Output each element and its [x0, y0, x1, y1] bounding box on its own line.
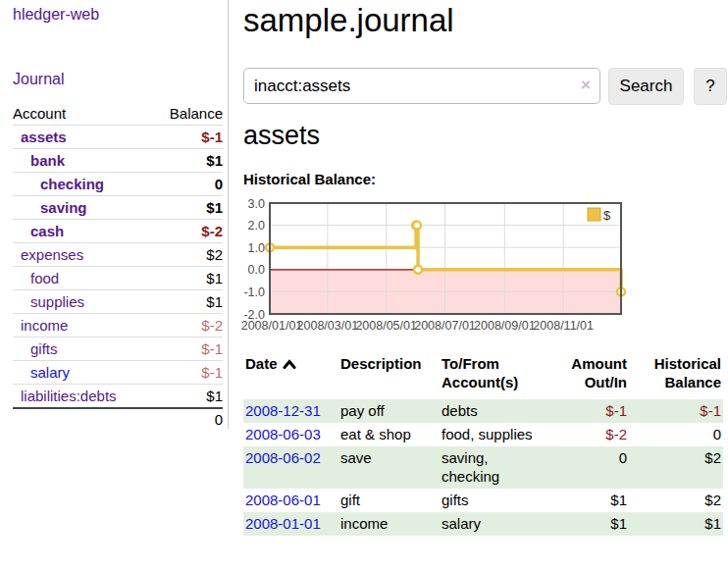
transaction-date-link[interactable]: 2008-06-02: [245, 449, 321, 466]
account-link[interactable]: income: [13, 314, 68, 337]
account-link[interactable]: checking: [13, 173, 104, 195]
sidebar-account-row: liabilities:debts$1: [13, 385, 223, 408]
accounts-rows: assets$-1bank$1checking0saving$1cash$-2e…: [13, 126, 223, 408]
transaction-amount: $-2: [547, 423, 629, 446]
sidebar-account-row: cash$-2: [13, 220, 223, 243]
sidebar-account-row: assets$-1: [13, 126, 223, 149]
account-balance: $-1: [201, 361, 223, 384]
transaction-balance: $-1: [629, 399, 723, 423]
x-tick-label: 2008/07/01: [414, 319, 476, 333]
x-tick-label: 2008/09/01: [474, 319, 536, 333]
y-tick-label: 0.0: [248, 263, 265, 277]
table-row: 2008-12-31pay offdebts$-1$-1: [243, 399, 723, 423]
legend-label: $: [603, 208, 611, 223]
account-balance: $1: [206, 290, 223, 313]
sidebar-item-journal[interactable]: Journal: [13, 71, 64, 88]
transaction-description: income: [338, 512, 440, 536]
register-table: DateDescriptionTo/From Account(s)Amount …: [243, 353, 723, 536]
transaction-description: save: [338, 446, 440, 489]
legend-swatch: [588, 208, 600, 221]
sidebar-account-row: salary$-1: [13, 361, 223, 385]
register-header-row: DateDescriptionTo/From Account(s)Amount …: [243, 353, 723, 399]
account-balance: 0: [215, 173, 223, 195]
account-balance: $1: [206, 267, 223, 289]
sidebar-account-row: saving$1: [13, 196, 223, 220]
table-row: 2008-06-01giftgifts$1$2: [243, 489, 723, 512]
account-link[interactable]: expenses: [13, 243, 83, 266]
account-balance: $-1: [201, 337, 223, 360]
account-link[interactable]: bank: [13, 149, 65, 172]
transaction-date-link[interactable]: 2008-01-01: [245, 515, 321, 532]
search-input[interactable]: [243, 68, 600, 104]
table-row: 2008-06-03eat & shopfood, supplies$-20: [243, 423, 723, 446]
register-column-header: To/From Account(s): [440, 353, 547, 399]
account-balance: $1: [206, 196, 223, 219]
sidebar-account-row: expenses$2: [13, 243, 223, 267]
account-link[interactable]: saving: [13, 196, 87, 219]
y-tick-label: -1.0: [243, 286, 265, 299]
transaction-amount: 0: [547, 446, 629, 489]
y-tick-label: 2.0: [248, 219, 265, 233]
balance-column-header: Balance: [170, 102, 223, 125]
y-tick-label: 1.0: [248, 241, 265, 255]
register-column-header[interactable]: Date: [243, 353, 338, 399]
account-link[interactable]: food: [13, 267, 59, 289]
accounts-table-header: Account Balance: [13, 102, 223, 126]
transaction-amount: $-1: [547, 399, 629, 423]
transaction-amount: $1: [547, 512, 629, 536]
transaction-date-link[interactable]: 2008-06-01: [245, 492, 321, 508]
account-heading: assets: [243, 121, 320, 151]
transaction-date-link[interactable]: 2008-06-03: [245, 426, 321, 442]
accounts-total-row: 0: [13, 407, 223, 429]
account-balance: $-1: [201, 126, 223, 148]
transaction-amount: $1: [547, 489, 629, 512]
help-button[interactable]: ?: [694, 68, 727, 105]
sidebar-account-row: gifts$-1: [13, 337, 223, 361]
register-column-label: Description: [340, 355, 422, 372]
search-button[interactable]: Search: [608, 68, 684, 105]
account-link[interactable]: supplies: [13, 290, 84, 313]
table-row: 2008-01-01incomesalary$1$1: [243, 512, 723, 536]
sidebar-account-row: bank$1: [13, 149, 223, 173]
transaction-description: pay off: [338, 399, 440, 423]
x-tick-label: 2008/11/01: [533, 319, 594, 333]
table-row: 2008-06-02savesaving, checking0$2: [243, 446, 723, 489]
register-column-label: Amount Out/In: [571, 355, 627, 390]
transaction-accounts: gifts: [440, 489, 547, 512]
accounts-column-header: Account: [13, 102, 66, 125]
account-balance: $1: [206, 149, 223, 172]
account-link[interactable]: salary: [13, 361, 70, 384]
register-column-label: To/From Account(s): [442, 355, 518, 390]
accounts-total-value: 0: [215, 409, 223, 429]
transaction-description: eat & shop: [338, 423, 440, 446]
register-column-label: Historical Balance: [654, 355, 721, 390]
transaction-balance: 0: [629, 423, 723, 446]
account-balance: $2: [206, 243, 223, 266]
historical-balance-chart-svg: $3.02.01.00.0-1.0-2.02008/01/012008/03/0…: [241, 195, 728, 338]
account-balance: $-2: [201, 220, 223, 242]
hledger-web-app: hledger-web Journal Account Balance asse…: [0, 0, 728, 571]
search-box: ×: [243, 68, 600, 104]
account-link[interactable]: liabilities:debts: [13, 385, 117, 407]
account-link[interactable]: gifts: [13, 337, 58, 360]
main-content: sample.journal × Search ? assets Histori…: [243, 0, 728, 571]
register-column-header: Amount Out/In: [547, 353, 629, 399]
x-tick-label: 2008/05/01: [355, 319, 417, 333]
account-balance: $-2: [201, 314, 223, 337]
transaction-accounts: saving, checking: [440, 446, 547, 489]
transaction-balance: $1: [629, 512, 723, 536]
y-tick-label: 3.0: [248, 197, 265, 211]
x-tick-label: 2008/03/01: [297, 319, 359, 333]
chart-point: [413, 222, 421, 230]
clear-search-icon[interactable]: ×: [581, 76, 591, 95]
account-link[interactable]: cash: [13, 220, 64, 242]
transaction-date-link[interactable]: 2008-12-31: [245, 402, 321, 419]
brand-link[interactable]: hledger-web: [13, 6, 99, 24]
x-tick-label: 2008/01/01: [241, 319, 302, 333]
register-column-header: Description: [338, 353, 440, 399]
sidebar: hledger-web Journal Account Balance asse…: [0, 0, 229, 429]
account-link[interactable]: assets: [13, 126, 67, 148]
sidebar-account-row: food$1: [13, 267, 223, 290]
accounts-balance-table: Account Balance assets$-1bank$1checking0…: [13, 102, 223, 429]
historical-balance-label: Historical Balance:: [243, 171, 376, 187]
